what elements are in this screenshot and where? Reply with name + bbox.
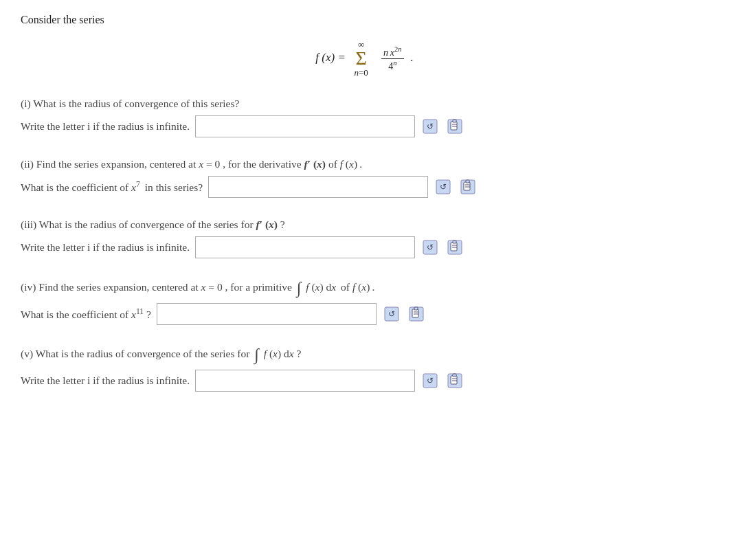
input-i[interactable] (195, 115, 415, 137)
label-v: Write the letter i if the radius is infi… (21, 374, 190, 387)
paste-button-iii[interactable] (445, 238, 464, 257)
label-i: Write the letter i if the radius is infi… (21, 120, 190, 133)
page-intro: Consider the series (21, 14, 708, 26)
answer-row-iii: Write the letter i if the radius is infi… (21, 236, 708, 258)
question-iv: (iv) Find the series expansion, centered… (21, 279, 708, 298)
question-v: (v) What is the radius of convergence of… (21, 346, 708, 364)
answer-row-iv: What is the coefficient of x11 ? (21, 303, 708, 325)
undo-button-v[interactable] (420, 371, 440, 390)
main-formula: f (x) = ∞ Σ n=0 n x2n 4n . (21, 40, 708, 77)
label-iii: Write the letter i if the radius is infi… (21, 241, 190, 254)
section-v: (v) What is the radius of convergence of… (21, 346, 708, 392)
section-iii: (iii) What is the radius of convergence … (21, 219, 708, 258)
paste-button-i[interactable] (445, 117, 464, 136)
paste-button-iv[interactable] (407, 304, 426, 324)
formula-fraction: n x2n 4n (381, 45, 404, 71)
section-i: (i) What is the radius of convergence of… (21, 98, 708, 137)
input-iii[interactable] (195, 236, 415, 258)
question-iii: (iii) What is the radius of convergence … (21, 219, 708, 231)
label-ii: What is the coefficient of x7 in this se… (21, 180, 203, 194)
answer-row-ii: What is the coefficient of x7 in this se… (21, 176, 708, 198)
question-ii: (ii) Find the series expansion, centered… (21, 158, 708, 170)
label-iv: What is the coefficient of x11 ? (21, 307, 151, 321)
section-ii: (ii) Find the series expansion, centered… (21, 158, 708, 198)
section-iv: (iv) Find the series expansion, centered… (21, 279, 708, 325)
input-iv[interactable] (157, 303, 377, 325)
undo-button-iv[interactable] (382, 304, 401, 324)
sigma-symbol: ∞ Σ n=0 (354, 40, 368, 77)
answer-row-i: Write the letter i if the radius is infi… (21, 115, 708, 137)
input-ii[interactable] (208, 176, 428, 198)
paste-button-ii[interactable] (458, 177, 478, 197)
answer-row-v: Write the letter i if the radius is infi… (21, 370, 708, 392)
undo-button-iii[interactable] (420, 238, 440, 257)
undo-button-i[interactable] (420, 117, 440, 136)
paste-button-v[interactable] (445, 371, 464, 390)
input-v[interactable] (195, 370, 415, 392)
question-i: (i) What is the radius of convergence of… (21, 98, 708, 110)
undo-button-ii[interactable] (434, 177, 453, 197)
